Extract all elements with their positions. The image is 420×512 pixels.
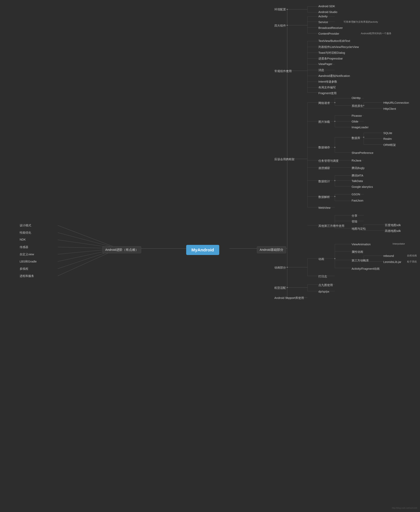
leaf-多线程: 多线程 — [19, 267, 29, 271]
sub-数据统计: 数据统计 — [317, 179, 331, 184]
leaf-fastjson: FastJson — [351, 199, 364, 202]
leaf-orm: ORM框架 — [382, 143, 397, 147]
svg-point-129 — [363, 137, 364, 138]
leaf-消息: 消息 — [317, 68, 325, 72]
note-interpolator: Interpolator — [393, 242, 405, 245]
svg-point-127 — [334, 258, 335, 259]
leaf-自定义view: 自定义view — [19, 252, 35, 256]
connections-svg — [0, 0, 420, 512]
leaf-android-studio: Android Studio — [317, 10, 338, 14]
leaf-progressbar: 进度条Progressbar — [317, 56, 344, 61]
leaf-toast-dialog: Toast与对话框Dialog — [317, 51, 346, 55]
leaf-dp-sp-px: dp/sp/px — [317, 290, 330, 294]
leaf-ndk: NDK — [19, 238, 27, 241]
leaf-picasso: Picasso — [351, 114, 363, 118]
note-service: 可简单理解为没有界面的activity — [344, 20, 378, 23]
leaf-service: Service — [317, 20, 329, 24]
leaf-点九图: 点九图使用 — [317, 283, 334, 287]
leaf-layout: 布局文件编写 — [317, 85, 337, 90]
section-应该会用的框架: 应该会用的框架 — [273, 157, 295, 162]
svg-point-124 — [334, 180, 335, 181]
svg-point-115 — [287, 25, 288, 26]
section-android-support: Android Support库使用 — [273, 296, 305, 300]
leaf-sqlite: SQLite — [382, 131, 393, 135]
leaf-talkdata: TalkData — [351, 179, 364, 183]
section-机型适配: 机型适配 — [273, 286, 287, 290]
section-常规组件使用: 常规组件使用 — [273, 69, 292, 73]
note-粒子系统: 粒子系统 — [407, 260, 417, 263]
leaf-android-sdk: Android SDK — [317, 4, 336, 8]
svg-point-118 — [287, 267, 288, 268]
leaf-activity-fragment-anim: Activity/Fragment动画 — [351, 267, 381, 271]
leaf-分享: 分享 — [351, 214, 358, 218]
svg-point-119 — [287, 287, 288, 288]
sub-任务管理: 任务管理与调度 — [317, 159, 339, 163]
sub-其他第三方: 其他第三方组件使用 — [317, 224, 345, 228]
leaf-传感器: 传感器 — [19, 245, 29, 249]
leaf-rebound: rebound — [382, 254, 395, 258]
leaf-gaode-map: 高德地图sdk — [384, 229, 402, 233]
leaf-contentprovider: ContentProvider — [317, 32, 340, 36]
leaf-lbs-gradle: LBS和Gradle — [19, 259, 38, 264]
leaf-notification: Aandroid通知Notification — [317, 74, 351, 78]
sub-第三方动画库: 第三方动画库 — [351, 258, 370, 263]
leaf-textview-button-edittext: TextView/Button/EditText — [317, 39, 351, 43]
leaf-viewanimation: ViewAnimation — [351, 242, 372, 246]
section-环境配置: 环境配置 — [273, 7, 287, 12]
note-contentprovider: Android程序对外的一个服务 — [361, 32, 391, 35]
svg-line-4 — [58, 225, 118, 248]
note-自然动画: 自然动画 — [407, 254, 417, 257]
leaf-sharepreference: SharePreference — [351, 151, 374, 155]
sub-动画: 动画 — [317, 257, 325, 261]
sub-数据解析: 数据解析 — [317, 195, 331, 199]
sub-webview: WebView — [317, 206, 331, 210]
sub-图片加载: 图片加载 — [317, 120, 331, 124]
leaf-broadcastreceiver: BroadcastReceiver — [317, 26, 344, 30]
leaf-fragment: Fragment使用 — [317, 91, 338, 95]
svg-point-114 — [287, 9, 288, 10]
leaf-realm: Realm — [382, 137, 393, 141]
leaf-bugly: 腾讯Bugly — [351, 166, 365, 170]
sub-数据库: 数据库 — [351, 136, 361, 140]
svg-point-122 — [334, 121, 335, 122]
left-branch-node: Android进阶（有点难） — [103, 246, 141, 253]
leaf-okhttp: OkHttp — [351, 96, 361, 100]
leaf-google-analytics: Google alanytics — [351, 185, 374, 189]
leaf-baidu-map: 百度地图sdk — [384, 223, 402, 227]
leaf-viewpager: ViewPager — [317, 62, 333, 66]
sub-网络请求: 网络请求 — [317, 101, 331, 105]
leaf-rxjava: RxJava — [351, 159, 362, 163]
sub-系统原生: 系统原生 — [351, 104, 364, 108]
leaf-登陆: 登陆 — [351, 219, 358, 224]
sub-打日志: 打日志 — [317, 274, 328, 279]
leaf-intent: Intent传递参数 — [317, 79, 338, 84]
center-node: MyAndroid — [186, 245, 219, 255]
leaf-gson: GSON — [351, 193, 361, 196]
watermark: http://blog.csdn.net/xx21103 — [392, 507, 417, 509]
leaf-属性动画: 属性动画 — [351, 250, 364, 254]
sub-地图与定位: 地图与定位 — [351, 226, 367, 231]
leaf-httpurlconnection: HttpURLConnection — [382, 101, 410, 105]
leaf-imageloader: ImageLoader — [351, 125, 369, 129]
leaf-httpclient: HttpClient — [382, 107, 397, 111]
svg-point-125 — [334, 196, 335, 197]
leaf-listview-recyclerview: 列表组件ListView/RecyclerView — [317, 45, 360, 49]
svg-line-5 — [58, 233, 118, 248]
leaf-设计模式: 设计模式 — [19, 223, 32, 228]
leaf-activity: Activity — [317, 15, 328, 18]
leaf-tencent-mta: 腾讯MTA — [351, 173, 364, 178]
leaf-leonids: LeonidsLib.jar — [382, 260, 402, 264]
section-动画部分: 动画部分 — [273, 265, 287, 270]
sub-崩溃捕获: 崩溃捕获 — [317, 166, 331, 170]
svg-point-123 — [334, 147, 335, 148]
leaf-glide: Glide — [351, 120, 359, 124]
sub-数据储存: 数据储存 — [317, 145, 331, 150]
section-四大组件: 四大组件 — [273, 23, 287, 28]
leaf-进程和服务: 进程和服务 — [19, 274, 35, 278]
svg-point-121 — [334, 102, 335, 103]
right-branch-node: Android基础部分 — [257, 246, 286, 253]
mind-map: MyAndroid Android进阶（有点难） 设计模式 性能优化 NDK 传… — [0, 0, 420, 512]
leaf-性能优化: 性能优化 — [19, 230, 32, 235]
